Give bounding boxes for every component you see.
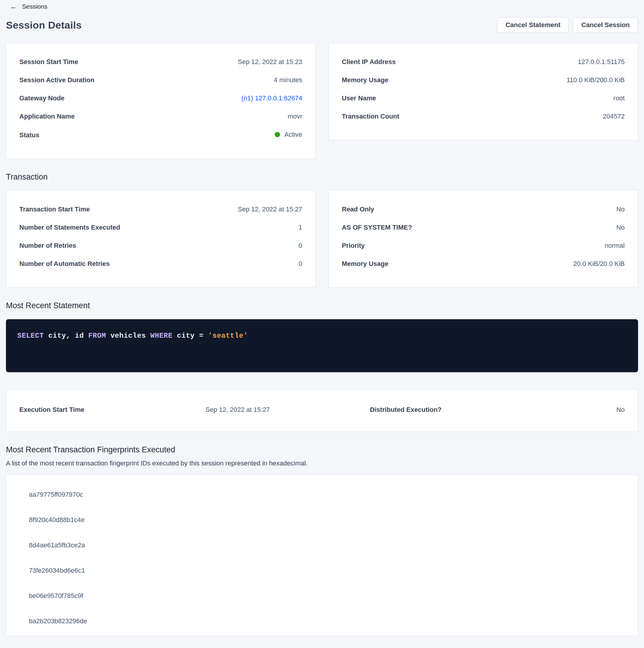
detail-row-read-only: Read Only No xyxy=(342,205,625,214)
detail-row-gateway-node: Gateway Node (n1) 127.0.0.1:62674 xyxy=(19,94,302,103)
detail-row-client-ip: Client IP Address 127.0.0.1:51175 xyxy=(342,57,625,66)
detail-label: Session Active Duration xyxy=(19,76,94,85)
sql-statement-box: SELECT city, id FROM vehicles WHERE city… xyxy=(6,319,638,372)
status-badge: Active xyxy=(275,130,302,139)
transaction-section-heading: Transaction xyxy=(6,172,638,182)
transaction-props-card: Read Only No AS OF SYSTEM TIME? No Prior… xyxy=(329,190,638,288)
detail-label: Memory Usage xyxy=(342,259,389,268)
detail-value: movr xyxy=(288,112,302,121)
sql-text: city, id xyxy=(44,332,88,340)
sql-string-literal: 'seattle' xyxy=(208,332,248,340)
status-text: Active xyxy=(285,130,302,139)
detail-value: 4 minutes xyxy=(274,76,302,85)
detail-label: Number of Statements Executed xyxy=(19,223,120,232)
detail-value: 0 xyxy=(298,259,302,268)
back-arrow-icon: ← xyxy=(10,3,17,10)
detail-value: Sep 12, 2022 at 15:27 xyxy=(238,205,302,214)
detail-label: Read Only xyxy=(342,205,374,214)
detail-row-txn-memory-usage: Memory Usage 20.0 KiB/20.0 KiB xyxy=(342,259,625,268)
execution-row: Execution Start Time Sep 12, 2022 at 15:… xyxy=(19,405,625,414)
detail-value: 1 xyxy=(298,223,302,232)
detail-value: 0 xyxy=(298,241,302,250)
fingerprint-item: aa79775ff097970c xyxy=(29,490,625,499)
detail-value: Sep 12, 2022 at 15:23 xyxy=(238,57,302,66)
client-info-card: Client IP Address 127.0.0.1:51175 Memory… xyxy=(329,43,638,140)
detail-label: Priority xyxy=(342,241,365,250)
detail-label: Session Start Time xyxy=(19,57,78,66)
back-link-label: Sessions xyxy=(22,3,47,10)
session-details-page: ← Sessions Session Details Cancel Statem… xyxy=(0,0,644,636)
detail-label: Application Name xyxy=(19,112,75,121)
detail-row-status: Status Active xyxy=(19,130,302,140)
fingerprints-section-heading: Most Recent Transaction Fingerprints Exe… xyxy=(6,445,638,454)
cancel-statement-button[interactable]: Cancel Statement xyxy=(497,17,569,33)
cancel-session-button[interactable]: Cancel Session xyxy=(573,17,638,33)
detail-label: Transaction Count xyxy=(342,112,399,121)
detail-row-session-active-duration: Session Active Duration 4 minutes xyxy=(19,76,302,85)
detail-row-transaction-start-time: Transaction Start Time Sep 12, 2022 at 1… xyxy=(19,205,302,214)
detail-label: Number of Automatic Retries xyxy=(19,259,110,268)
execution-info-card: Execution Start Time Sep 12, 2022 at 15:… xyxy=(6,389,638,432)
detail-row-application-name: Application Name movr xyxy=(19,112,302,121)
detail-label: Client IP Address xyxy=(342,57,396,66)
detail-label: Memory Usage xyxy=(342,76,389,85)
gateway-node-link[interactable]: (n1) 127.0.0.1:62674 xyxy=(241,94,302,103)
detail-label: Execution Start Time xyxy=(19,405,84,414)
fingerprint-item: 8d4ae61a5fb3ce2a xyxy=(29,541,625,550)
fingerprint-item: 73fe26034bd6e6c1 xyxy=(29,566,625,575)
session-summary-cards: Session Start Time Sep 12, 2022 at 15:23… xyxy=(6,43,638,159)
detail-value: 110.0 KiB/200.0 KiB xyxy=(567,76,625,85)
header-actions: Cancel Statement Cancel Session xyxy=(497,17,638,33)
detail-value: No xyxy=(616,223,625,232)
detail-row-user-name: User Name root xyxy=(342,94,625,103)
transaction-info-card: Transaction Start Time Sep 12, 2022 at 1… xyxy=(6,190,316,288)
sql-text: vehicles xyxy=(106,332,150,340)
detail-label: User Name xyxy=(342,94,376,103)
sql-text: city = xyxy=(173,332,208,340)
detail-row-priority: Priority normal xyxy=(342,241,625,250)
transaction-cards: Transaction Start Time Sep 12, 2022 at 1… xyxy=(6,190,638,288)
detail-label: Number of Retries xyxy=(19,241,76,250)
detail-row-automatic-retries: Number of Automatic Retries 0 xyxy=(19,259,302,268)
fingerprint-item: ba2b203b823296de xyxy=(29,617,625,626)
detail-label: AS OF SYSTEM TIME? xyxy=(342,223,412,232)
execution-start-time-cell: Execution Start Time Sep 12, 2022 at 15:… xyxy=(19,405,270,414)
detail-value: 127.0.0.1:51175 xyxy=(578,57,625,66)
sql-keyword: SELECT xyxy=(17,332,44,340)
page-title: Session Details xyxy=(6,19,81,31)
detail-row-memory-usage: Memory Usage 110.0 KiB/200.0 KiB xyxy=(342,76,625,85)
page-header: Session Details Cancel Statement Cancel … xyxy=(6,17,638,33)
detail-row-statements-executed: Number of Statements Executed 1 xyxy=(19,223,302,232)
sql-keyword: FROM xyxy=(88,332,106,340)
detail-value: 20.0 KiB/20.0 KiB xyxy=(574,259,625,268)
status-active-dot-icon xyxy=(275,132,280,137)
distributed-execution-cell: Distributed Execution? No xyxy=(270,405,625,414)
detail-label: Gateway Node xyxy=(19,94,65,103)
fingerprints-list-card: aa79775ff097970c 8f920c40d88b1c4e 8d4ae6… xyxy=(6,475,638,636)
most-recent-statement-heading: Most Recent Statement xyxy=(6,301,638,310)
sql-keyword: WHERE xyxy=(150,332,173,340)
detail-value: 204572 xyxy=(603,112,625,121)
fingerprints-description: A list of the most recent transaction fi… xyxy=(6,460,638,467)
detail-label: Transaction Start Time xyxy=(19,205,90,214)
detail-value: No xyxy=(616,405,625,414)
fingerprint-item: 8f920c40d88b1c4e xyxy=(29,516,625,525)
back-to-sessions-link[interactable]: ← Sessions xyxy=(6,3,47,10)
detail-value: normal xyxy=(605,241,625,250)
detail-value: No xyxy=(616,205,625,214)
detail-row-session-start-time: Session Start Time Sep 12, 2022 at 15:23 xyxy=(19,57,302,66)
detail-value: Sep 12, 2022 at 15:27 xyxy=(206,405,270,414)
detail-row-transaction-count: Transaction Count 204572 xyxy=(342,112,625,121)
detail-label: Status xyxy=(19,131,39,140)
detail-value: root xyxy=(613,94,625,103)
detail-row-number-of-retries: Number of Retries 0 xyxy=(19,241,302,250)
detail-row-as-of-system-time: AS OF SYSTEM TIME? No xyxy=(342,223,625,232)
detail-label: Distributed Execution? xyxy=(370,405,442,414)
fingerprint-item: be06e9570f785c9f xyxy=(29,591,625,600)
session-info-card: Session Start Time Sep 12, 2022 at 15:23… xyxy=(6,43,316,159)
